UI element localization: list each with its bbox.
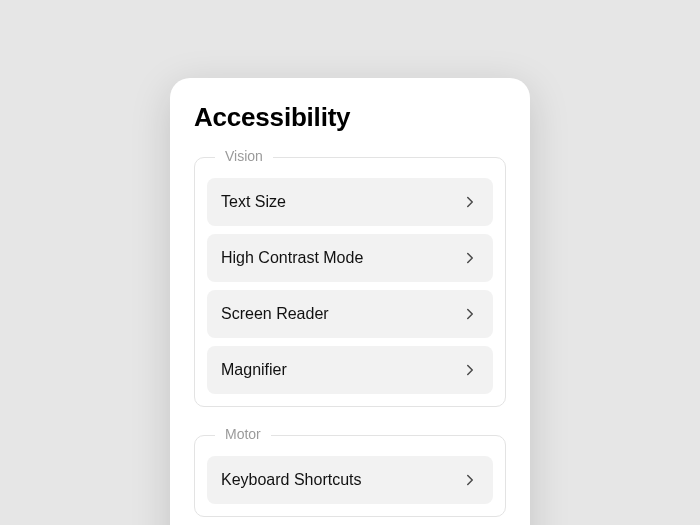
group-motor: Motor Keyboard Shortcuts xyxy=(194,435,506,517)
row-label: Text Size xyxy=(221,193,286,211)
row-high-contrast-mode[interactable]: High Contrast Mode xyxy=(207,234,493,282)
settings-card: Accessibility Vision Text Size High Cont… xyxy=(170,78,530,525)
row-label: Keyboard Shortcuts xyxy=(221,471,362,489)
row-label: Magnifier xyxy=(221,361,287,379)
page-title: Accessibility xyxy=(194,102,506,133)
chevron-right-icon xyxy=(461,305,479,323)
row-screen-reader[interactable]: Screen Reader xyxy=(207,290,493,338)
chevron-right-icon xyxy=(461,249,479,267)
chevron-right-icon xyxy=(461,361,479,379)
row-label: High Contrast Mode xyxy=(221,249,363,267)
row-magnifier[interactable]: Magnifier xyxy=(207,346,493,394)
group-vision: Vision Text Size High Contrast Mode Scre… xyxy=(194,157,506,407)
row-keyboard-shortcuts[interactable]: Keyboard Shortcuts xyxy=(207,456,493,504)
group-legend-motor: Motor xyxy=(215,426,271,442)
row-text-size[interactable]: Text Size xyxy=(207,178,493,226)
chevron-right-icon xyxy=(461,471,479,489)
group-legend-vision: Vision xyxy=(215,148,273,164)
chevron-right-icon xyxy=(461,193,479,211)
row-label: Screen Reader xyxy=(221,305,329,323)
